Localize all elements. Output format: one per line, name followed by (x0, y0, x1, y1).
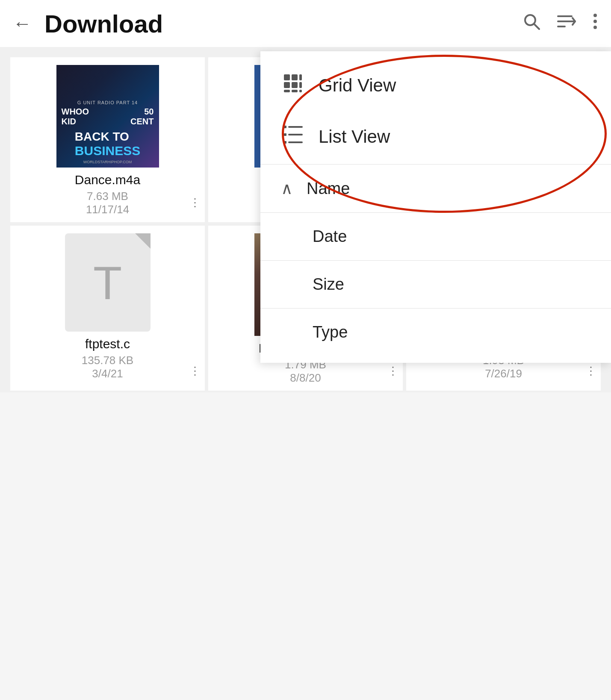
search-icon[interactable] (522, 12, 541, 35)
file-date-mdalarm: 7/26/19 (412, 367, 595, 380)
app-header: ← Download (0, 0, 611, 47)
grid-view-icon (281, 74, 305, 97)
svg-rect-13 (284, 74, 290, 80)
file-meta-ftptest: 135.78 KB (16, 354, 199, 367)
svg-rect-22 (284, 126, 286, 128)
music-artist-right: 50CENT (130, 107, 153, 126)
file-type-letter: T (93, 256, 122, 310)
music-cover-footer: WORLDSTARHIPHOP.COM (83, 160, 132, 164)
svg-rect-16 (284, 82, 290, 88)
file-item-dance[interactable]: G UNIT RADIO PART 14 WHOOKID 50CENT BACK… (10, 57, 205, 222)
grid-view-label: Grid View (319, 75, 396, 96)
file-date-ftptest: 3/4/21 (16, 367, 199, 380)
menu-divider-4 (260, 308, 611, 309)
file-date-img1473: 8/8/20 (214, 371, 397, 385)
sort-chevron-icon: ∧ (281, 179, 293, 198)
svg-rect-19 (284, 90, 290, 92)
sort-icon[interactable] (556, 12, 577, 35)
menu-item-grid-view[interactable]: Grid View (260, 60, 611, 111)
svg-line-1 (534, 24, 539, 29)
list-view-icon (281, 125, 305, 149)
header-icons (522, 12, 598, 35)
svg-rect-15 (299, 74, 302, 80)
svg-point-7 (593, 20, 597, 23)
file-item-ftptest[interactable]: T ftptest.c 135.78 KB 3/4/21 ⋮ (10, 226, 205, 391)
context-menu: Grid View List View ∧ Name Date Size (260, 51, 611, 363)
file-meta-dance: 7.63 MB (16, 190, 199, 203)
menu-sort-date[interactable]: Date (260, 215, 611, 259)
menu-item-list-view[interactable]: List View (260, 111, 611, 162)
menu-sort-type[interactable]: Type (260, 310, 611, 354)
svg-rect-21 (299, 90, 302, 92)
svg-rect-17 (292, 82, 298, 88)
svg-rect-20 (292, 90, 298, 92)
music-artist-left: WHOOKID (62, 107, 89, 126)
back-button[interactable]: ← (13, 13, 32, 34)
more-icon[interactable] (592, 12, 598, 35)
file-name-ftptest: ftptest.c (85, 337, 130, 351)
sort-size-label: Size (281, 275, 344, 294)
svg-point-6 (593, 14, 597, 17)
menu-divider-2 (260, 212, 611, 213)
file-more-ftptest[interactable]: ⋮ (189, 365, 201, 378)
file-name-dance: Dance.m4a (75, 173, 140, 187)
sort-type-label: Type (281, 323, 348, 341)
sort-name-label: Name (307, 179, 350, 198)
svg-point-8 (593, 26, 597, 29)
music-thumbnail: G UNIT RADIO PART 14 WHOOKID 50CENT BACK… (56, 65, 159, 168)
svg-rect-18 (299, 82, 302, 88)
sort-date-label: Date (281, 227, 347, 246)
file-date-dance: 11/17/14 (16, 203, 199, 216)
music-cover-subtitle: G UNIT RADIO PART 14 (77, 100, 138, 105)
music-title-line3: BUSINESS (75, 144, 140, 158)
svg-rect-24 (284, 133, 286, 136)
menu-divider-3 (260, 260, 611, 261)
file-more-mdalarm[interactable]: ⋮ (585, 365, 596, 378)
svg-rect-14 (292, 74, 298, 80)
code-thumbnail: T (65, 233, 151, 332)
file-more-img1473[interactable]: ⋮ (387, 365, 398, 378)
music-title-line2: BACK TO (75, 130, 140, 144)
file-more-dance[interactable]: ⋮ (189, 196, 201, 209)
menu-sort-size[interactable]: Size (260, 262, 611, 306)
menu-divider (260, 164, 611, 165)
list-view-label: List View (319, 126, 390, 147)
menu-sort-name[interactable]: ∧ Name (260, 166, 611, 211)
svg-rect-26 (284, 141, 286, 144)
page-title: Download (44, 9, 522, 38)
